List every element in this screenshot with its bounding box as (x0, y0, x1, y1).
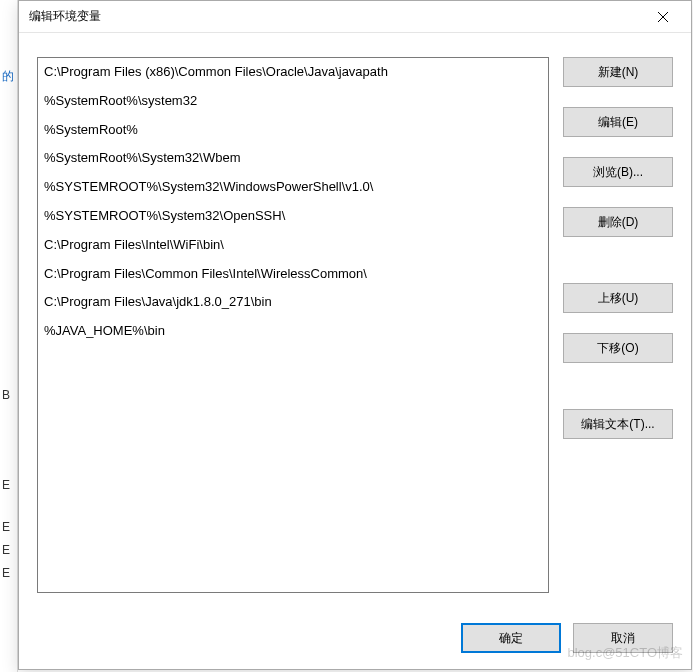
list-item[interactable]: C:\Program Files\Common Files\Intel\Wire… (38, 260, 548, 289)
list-item[interactable]: C:\Program Files\Intel\WiFi\bin\ (38, 231, 548, 260)
list-item[interactable]: C:\Program Files (x86)\Common Files\Orac… (38, 58, 548, 87)
bg-char: 的 (2, 68, 14, 85)
footer-buttons: 确定 取消 (37, 623, 673, 653)
new-button[interactable]: 新建(N) (563, 57, 673, 87)
delete-button[interactable]: 删除(D) (563, 207, 673, 237)
edit-env-var-dialog: 编辑环境变量 C:\Program Files (x86)\Common Fil… (18, 0, 692, 670)
button-column: 新建(N) 编辑(E) 浏览(B)... 删除(D) 上移(U) 下移(O) 编… (563, 57, 673, 603)
edit-button[interactable]: 编辑(E) (563, 107, 673, 137)
close-button[interactable] (643, 3, 683, 31)
dialog-content: C:\Program Files (x86)\Common Files\Orac… (19, 33, 691, 669)
moveup-button[interactable]: 上移(U) (563, 283, 673, 313)
bg-char: E (2, 566, 10, 580)
titlebar: 编辑环境变量 (19, 1, 691, 33)
list-item[interactable]: %SYSTEMROOT%\System32\WindowsPowerShell\… (38, 173, 548, 202)
list-item[interactable]: %SystemRoot% (38, 116, 548, 145)
list-item[interactable]: %SystemRoot%\system32 (38, 87, 548, 116)
list-item[interactable]: %SYSTEMROOT%\System32\OpenSSH\ (38, 202, 548, 231)
close-icon (658, 12, 668, 22)
path-listbox[interactable]: C:\Program Files (x86)\Common Files\Orac… (37, 57, 549, 593)
bg-char: E (2, 520, 10, 534)
bg-char: E (2, 478, 10, 492)
dialog-title: 编辑环境变量 (29, 8, 101, 25)
cancel-button[interactable]: 取消 (573, 623, 673, 653)
bg-char: B (2, 388, 10, 402)
list-item[interactable]: %JAVA_HOME%\bin (38, 317, 548, 346)
list-item[interactable]: %SystemRoot%\System32\Wbem (38, 144, 548, 173)
bg-char: E (2, 543, 10, 557)
edittext-button[interactable]: 编辑文本(T)... (563, 409, 673, 439)
list-item[interactable]: C:\Program Files\Java\jdk1.8.0_271\bin (38, 288, 548, 317)
browse-button[interactable]: 浏览(B)... (563, 157, 673, 187)
ok-button[interactable]: 确定 (461, 623, 561, 653)
movedown-button[interactable]: 下移(O) (563, 333, 673, 363)
